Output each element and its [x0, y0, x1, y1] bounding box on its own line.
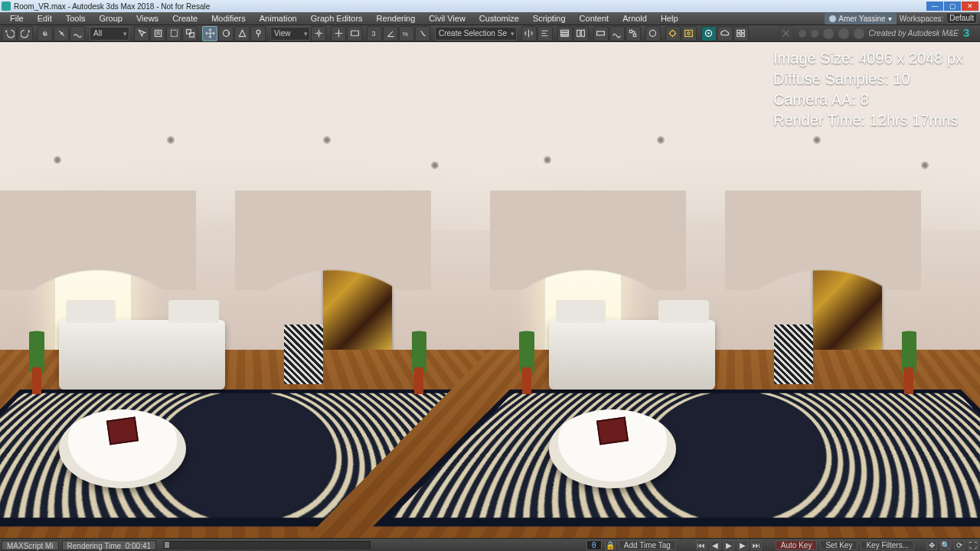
window-maximize-button[interactable]: ▢ [944, 2, 961, 11]
svg-rect-7 [351, 31, 358, 36]
time-slider[interactable] [164, 541, 371, 549]
select-move-button[interactable] [202, 26, 217, 41]
signed-in-user[interactable]: Amer Yassine ▾ [825, 13, 896, 24]
camera-aa-label: Camera AA: [773, 91, 856, 108]
image-size-label: Image Size: [773, 50, 854, 67]
status-bar: MAXScript Mi Rendering Time 0:00:41 0 🔒 … [0, 538, 980, 551]
menu-edit[interactable]: Edit [31, 12, 59, 25]
named-selection-sets-dropdown[interactable]: Create Selection Se [435, 27, 517, 41]
prev-frame-button[interactable]: ◀ [710, 540, 720, 550]
menu-animation[interactable]: Animation [253, 12, 304, 25]
select-rotate-button[interactable] [218, 26, 234, 41]
spinner-snap-button[interactable] [415, 26, 430, 41]
menu-modifiers[interactable]: Modifiers [204, 12, 253, 25]
rendered-frame-window-button[interactable] [681, 26, 697, 41]
key-filters-button[interactable]: Key Filters... [861, 540, 914, 550]
toggle-ribbon-button[interactable] [593, 26, 609, 41]
angle-snap-button[interactable] [383, 26, 398, 41]
window-minimize-button[interactable]: — [926, 2, 943, 11]
unlink-button[interactable] [54, 26, 69, 41]
menu-civil-view[interactable]: Civil View [422, 12, 472, 25]
toggle-scene-explorer-button[interactable] [573, 26, 589, 41]
viewport-nav-maximize-button[interactable]: ⛶ [968, 540, 978, 550]
menu-file[interactable]: File [3, 12, 31, 25]
user-icon [829, 15, 836, 22]
viewport-nav-pan-button[interactable]: ✥ [926, 540, 937, 550]
snaps-toggle-button[interactable]: 3 [367, 26, 382, 41]
select-scale-button[interactable] [234, 26, 250, 41]
workspaces-label: Workspaces: [900, 15, 944, 23]
play-button[interactable]: ▶ [724, 540, 734, 550]
viewport-nav-zoom-button[interactable]: 🔍 [940, 540, 951, 550]
viewport[interactable]: Image Size: 4096 x 2048 px Diffuse Sampl… [0, 42, 980, 538]
diffuse-samples-value: 10 [893, 70, 910, 87]
percent-snap-button[interactable]: % [399, 26, 414, 41]
material-editor-button[interactable] [645, 26, 661, 41]
menu-customize[interactable]: Customize [472, 12, 526, 25]
select-by-name-button[interactable] [150, 26, 165, 41]
use-pivot-center-button[interactable] [311, 26, 326, 41]
align-button[interactable] [537, 26, 553, 41]
toggle-layer-explorer-button[interactable] [557, 26, 573, 41]
svg-rect-10 [561, 30, 569, 31]
menu-help[interactable]: Help [654, 12, 685, 25]
rectangular-selection-button[interactable] [166, 26, 181, 41]
goto-start-button[interactable]: ⏮ [696, 540, 707, 550]
window-close-button[interactable]: ✕ [962, 2, 978, 11]
svg-rect-13 [577, 30, 580, 36]
menu-create[interactable]: Create [165, 12, 204, 25]
redo-button[interactable] [18, 26, 33, 41]
workspaces-select[interactable]: Default [946, 13, 977, 24]
render-setup-button[interactable] [665, 26, 681, 41]
current-frame-field[interactable]: 0 [586, 540, 602, 550]
svg-rect-15 [597, 31, 605, 35]
menu-rendering[interactable]: Rendering [370, 12, 423, 25]
add-time-tag-button[interactable]: Add Time Tag [619, 540, 676, 550]
rendering-time-readout: Rendering Time 0:00:41 [62, 540, 157, 550]
open-a360-gallery-button[interactable] [733, 26, 749, 41]
menu-views[interactable]: Views [129, 12, 165, 25]
keyboard-shortcut-toggle[interactable] [347, 26, 362, 41]
svg-rect-25 [742, 30, 745, 32]
menu-scripting[interactable]: Scripting [526, 12, 573, 25]
menu-content[interactable]: Content [573, 12, 616, 25]
svg-point-21 [688, 32, 690, 34]
svg-rect-11 [561, 33, 569, 34]
link-button[interactable] [38, 26, 53, 41]
auto-key-button[interactable]: Auto Key [776, 540, 818, 550]
rendering-time-label: Rendering Time [67, 542, 122, 550]
goto-end-button[interactable]: ⏭ [751, 540, 762, 550]
window-crossing-button[interactable] [182, 26, 198, 41]
progress-dot-icon [838, 28, 849, 39]
set-key-button[interactable]: Set Key [820, 540, 858, 550]
menu-group[interactable]: Group [92, 12, 129, 25]
reference-coord-dropdown[interactable]: View [270, 27, 310, 41]
svg-rect-16 [630, 30, 632, 32]
bind-space-warp-button[interactable] [70, 26, 85, 41]
svg-rect-26 [737, 34, 740, 36]
viewport-nav-orbit-button[interactable]: ⟳ [954, 540, 965, 550]
select-place-button[interactable] [250, 26, 266, 41]
svg-rect-2 [186, 30, 191, 34]
timeline-lock-icon[interactable]: 🔒 [605, 540, 616, 550]
svg-point-23 [708, 32, 710, 34]
undo-button[interactable] [2, 26, 17, 41]
svg-rect-20 [685, 30, 693, 36]
selection-filter-dropdown[interactable]: All [90, 27, 129, 41]
curve-editor-button[interactable] [609, 26, 625, 41]
menu-arnold[interactable]: Arnold [616, 12, 654, 25]
next-frame-button[interactable]: ▶ [737, 540, 748, 550]
schematic-view-button[interactable] [626, 26, 641, 41]
menu-tools[interactable]: Tools [59, 12, 93, 25]
menu-graph-editors[interactable]: Graph Editors [304, 12, 370, 25]
svg-point-5 [256, 30, 260, 34]
maxscript-listener-button[interactable]: MAXScript Mi [2, 540, 59, 550]
svg-point-19 [671, 31, 676, 36]
select-object-button[interactable] [134, 26, 149, 41]
select-manipulate-button[interactable] [331, 26, 346, 41]
progress-dot-icon [811, 30, 818, 37]
render-production-button[interactable] [701, 26, 717, 41]
mirror-button[interactable] [521, 26, 537, 41]
diffuse-samples-label: Diffuse Samples: [773, 70, 889, 87]
render-in-cloud-button[interactable] [717, 26, 733, 41]
